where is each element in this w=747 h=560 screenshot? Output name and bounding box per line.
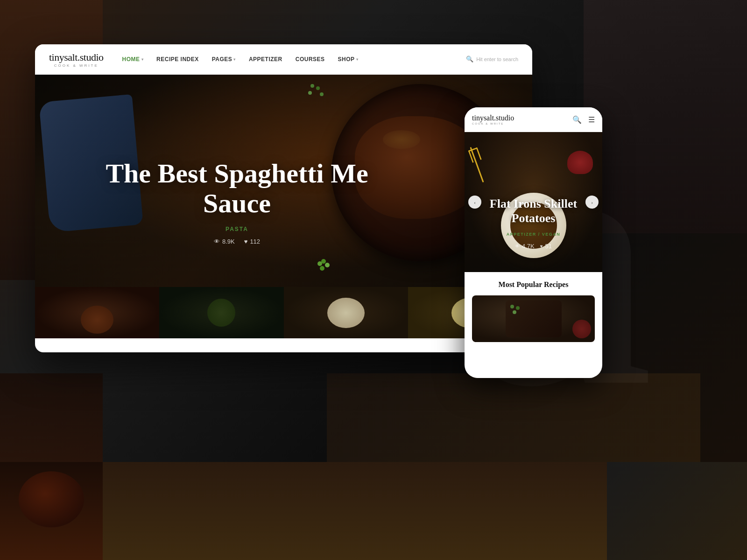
mobile-logo-name: tinysalt.studio (472, 114, 514, 122)
mobile-logo[interactable]: tinysalt.studio COOK & WRITE (472, 114, 514, 125)
mobile-recipe-food (506, 300, 562, 337)
mobile-hero: ‹ › Flat Irons Skillet Potatoes APPETIZE… (465, 132, 602, 272)
garnish-herbs (317, 261, 322, 266)
mobile-nav-icons: 🔍 ☰ (572, 115, 595, 124)
mobile-views-stat: 👁 4.7K (515, 243, 535, 250)
mobile-views-count: 4.7K (522, 243, 535, 250)
desktop-mockup: tinysalt.studio COOK & WRITE HOME ▾ RECI… (35, 44, 532, 352)
search-placeholder-text: Hit enter to search (476, 56, 518, 62)
thumbnail-1[interactable] (35, 287, 159, 338)
mobile-section-title: Most Popular Recipes (472, 280, 595, 289)
mobile-hero-title: Flat Irons Skillet Potatoes (483, 196, 584, 225)
hero-stats: 👁 8.9K ♥ 112 (35, 238, 439, 245)
herb-accent (310, 84, 314, 88)
views-count: 8.9K (222, 238, 235, 245)
nav-appetizer[interactable]: APPETIZER (249, 56, 282, 63)
mobile-eye-icon: 👁 (515, 244, 520, 249)
mobile-sauce-cup (567, 151, 593, 174)
hero-section: The Best Spaghetti Me Sauce PASTA 👁 8.9K… (35, 75, 532, 287)
mobile-nav: tinysalt.studio COOK & WRITE 🔍 ☰ (465, 107, 602, 132)
mobile-likes-count: 51 (545, 243, 552, 250)
bottom-meat-shape (19, 471, 84, 527)
views-stat: 👁 8.9K (214, 238, 235, 245)
thumbnail-2[interactable] (159, 287, 283, 338)
mobile-mockup: tinysalt.studio COOK & WRITE 🔍 ☰ ‹ › Fla… (465, 107, 602, 378)
heart-icon: ♥ (244, 238, 248, 245)
nav-search[interactable]: 🔍 Hit enter to search (466, 56, 518, 63)
logo-name: tinysalt.studio (49, 51, 104, 63)
mobile-likes-stat: ♥ 51 (540, 243, 552, 250)
desktop-logo[interactable]: tinysalt.studio COOK & WRITE (49, 51, 104, 68)
mobile-prev-arrow[interactable]: ‹ (468, 196, 481, 209)
hero-content: The Best Spaghetti Me Sauce PASTA 👁 8.9K… (35, 159, 439, 245)
chevron-down-icon: ▾ (141, 57, 144, 62)
hero-category[interactable]: PASTA (35, 226, 439, 232)
desktop-nav: tinysalt.studio COOK & WRITE HOME ▾ RECI… (35, 44, 532, 75)
eye-icon: 👁 (214, 238, 220, 245)
likes-stat: ♥ 112 (244, 238, 260, 245)
chevron-down-icon: ▾ (356, 57, 359, 62)
hero-title: The Best Spaghetti Me Sauce (35, 159, 439, 218)
mobile-menu-icon[interactable]: ☰ (588, 115, 595, 124)
food-highlight (383, 130, 420, 149)
mobile-next-arrow[interactable]: › (585, 196, 599, 209)
logo-tagline: COOK & WRITE (49, 63, 104, 68)
nav-recipe-index[interactable]: RECIPE INDEX (156, 56, 199, 63)
thumbnail-3[interactable] (284, 287, 408, 338)
bottom-food-left (0, 462, 103, 560)
nav-pages[interactable]: PAGES ▾ (212, 56, 236, 63)
mobile-search-icon[interactable]: 🔍 (572, 115, 582, 124)
likes-count: 112 (250, 238, 260, 245)
mobile-bottom-section: Most Popular Recipes (465, 272, 602, 347)
mobile-hero-category[interactable]: APPETIZER / VEGAN (465, 232, 602, 237)
search-icon: 🔍 (466, 56, 473, 63)
mobile-logo-tagline: COOK & WRITE (472, 122, 514, 125)
nav-home[interactable]: HOME ▾ (122, 56, 144, 63)
nav-shop[interactable]: SHOP ▾ (338, 56, 359, 63)
chevron-down-icon: ▾ (233, 57, 236, 62)
mobile-recipe-thumbnail[interactable] (472, 295, 595, 342)
thumbnail-strip (35, 287, 532, 338)
bottom-food-center (103, 462, 607, 560)
bottom-food-right (607, 462, 747, 560)
mobile-hero-stats: 👁 4.7K ♥ 51 (465, 243, 602, 250)
nav-courses[interactable]: COURSES (296, 56, 325, 63)
bottom-food-row (0, 462, 747, 560)
mobile-heart-icon: ♥ (540, 244, 543, 249)
desktop-nav-links: HOME ▾ RECIPE INDEX PAGES ▾ APPETIZER CO… (122, 56, 466, 63)
